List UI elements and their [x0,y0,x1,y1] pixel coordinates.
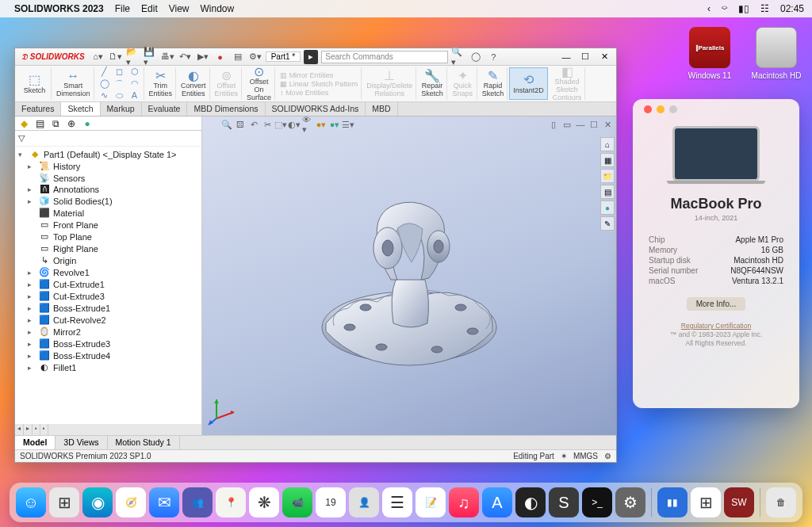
tree-item[interactable]: ⬛Material [18,207,200,219]
tab-mbd[interactable]: MBD [366,102,397,116]
btab-3dviews[interactable]: 3D Views [56,436,107,449]
trim-entities-button[interactable]: ✂Trim Entities [146,67,177,100]
tab-features[interactable]: Features [15,102,61,116]
tab-markup[interactable]: Markup [101,102,142,116]
options-grid-icon[interactable]: ▤ [231,50,245,64]
repair-sketch-button[interactable]: 🔧Repair Sketch [418,67,447,100]
dimxpert-tab-icon[interactable]: ⊕ [65,117,78,130]
status-units[interactable]: MMGS [573,452,598,460]
dock-sublime-icon[interactable]: S [549,487,579,517]
user-icon[interactable]: ◯ [469,50,483,64]
wifi-icon[interactable]: ⌔ [722,3,727,14]
viewport-close-icon[interactable]: ✕ [602,119,613,130]
mirror-entities-button[interactable]: ▥ Mirror Entities [280,71,358,79]
dock-teams-icon[interactable]: 👥 [182,487,213,517]
dock-github-icon[interactable]: ◐ [515,487,546,517]
sketch-tools-group[interactable]: ╱◻⬡ ◯⌒◠ ∿⬭A [96,67,144,100]
filter-icon[interactable]: ▽ [15,131,201,147]
dock-maps-icon[interactable]: 📍 [216,487,246,517]
tab-addins[interactable]: SOLIDWORKS Add-Ins [266,102,366,116]
menubar-app-name[interactable]: SOLIDWORKS 2023 [14,3,104,14]
new-icon[interactable]: 🗋▾ [109,50,123,64]
dock-trash-icon[interactable]: 🗑 [766,487,796,517]
dock-solidworks-icon[interactable]: SW [724,487,754,517]
offset-entities-button[interactable]: ⊚Offset Entities [212,67,243,100]
display-style-icon[interactable]: ◐▾ [289,119,300,130]
instant2d-button[interactable]: ⟲Instant2D [509,67,548,100]
view-triad-icon[interactable] [207,395,239,430]
shaded-contours-button[interactable]: ◧Shaded Sketch Contours [550,67,586,100]
tree-root-label[interactable]: Part1 (Default) <_Display State 1> [44,150,177,159]
section-view-icon[interactable]: ✂ [262,119,273,130]
tree-item[interactable]: ▸🧊Solid Bodies(1) [18,195,200,207]
hide-show-icon[interactable]: 👁▾ [302,119,313,130]
menubar-clock[interactable]: 02:45 [780,3,804,14]
prev-view-icon[interactable]: ↶ [248,119,259,130]
dock-notes-icon[interactable]: 📝 [416,487,446,517]
tree-item[interactable]: ▸🟦Boss-Extrude1 [18,302,200,314]
desktop-icon-macintosh-hd[interactable]: Macintosh HD [747,27,806,80]
help-icon[interactable]: ? [486,50,500,64]
feature-manager-tab-icon[interactable]: ◆ [17,117,30,130]
status-icon[interactable]: ✶ [561,452,567,460]
home-icon[interactable]: ⌂▾ [91,50,105,64]
dock-terminal-icon[interactable]: >_ [582,487,612,517]
tree-item[interactable]: 📡Sensors [18,172,200,184]
tree-root[interactable]: ▾◆Part1 (Default) <_Display State 1> [18,148,200,160]
dock-music-icon[interactable]: ♫ [449,487,479,517]
taskpane-home-icon[interactable]: ⌂ [600,137,615,151]
tree-item[interactable]: ▸🟦Boss-Extrude3 [18,338,200,349]
dock-finder-icon[interactable]: ☺ [16,487,46,517]
appearance-icon[interactable]: ●▾ [316,119,327,130]
dock-win11-icon[interactable]: ⊞ [691,487,721,517]
view-orient-icon[interactable]: ⬚▾ [275,119,286,130]
more-info-button[interactable]: More Info... [687,297,746,311]
menu-window[interactable]: Window [201,3,235,14]
tree-item[interactable]: ▸🟦Boss-Extrude4 [18,349,200,361]
tree-item[interactable]: ▸🟦Cut-Revolve2 [18,314,200,326]
viewport-tile2-icon[interactable]: ▭ [561,119,573,130]
viewport-max-icon[interactable]: ☐ [588,119,599,130]
dock-facetime-icon[interactable]: 📹 [282,487,312,517]
menu-file[interactable]: File [115,3,130,14]
tree-item[interactable]: ▸🟦Cut-Extrude1 [18,278,200,290]
document-name-dropdown[interactable]: Part1 * [266,52,301,62]
settings-gear-icon[interactable]: ⚙▾ [248,50,262,64]
property-manager-tab-icon[interactable]: ▤ [33,117,46,130]
window-minimize-icon[interactable]: — [557,50,575,64]
btab-motion[interactable]: Motion Study 1 [108,436,180,449]
viewport-min-icon[interactable]: — [575,119,586,130]
zoom-icon[interactable] [669,105,677,113]
regulatory-link[interactable]: Regulatory Certification [681,322,751,330]
window-close-icon[interactable]: ✕ [596,50,613,64]
dock-reminders-icon[interactable]: ☰ [382,487,412,517]
rebuild-icon[interactable]: ● [213,50,228,64]
menu-view[interactable]: View [169,3,190,14]
view-settings-icon[interactable]: ☰▾ [343,119,354,130]
config-manager-tab-icon[interactable]: ⧉ [49,117,62,130]
menu-edit[interactable]: Edit [141,3,158,14]
search-icon[interactable]: 🔍▾ [451,50,465,64]
sketch-button[interactable]: ⬚Sketch [18,67,52,100]
scene-icon[interactable]: ●▾ [329,119,340,130]
close-icon[interactable] [644,105,652,113]
tree-item[interactable]: ▸◐Fillet1 [18,361,200,373]
dock-parallels-icon[interactable]: ▮▮ [657,487,688,517]
battery-icon[interactable]: ▮▯ [738,3,749,14]
dock-launchpad-icon[interactable]: ⊞ [49,487,79,517]
undo-icon[interactable]: ↶▾ [178,50,193,64]
tree-item[interactable]: ▸🌀Revolve1 [18,266,200,278]
display-delete-relations-button[interactable]: ⊥Display/Delete Relations [363,67,416,100]
dock-safari-icon[interactable]: 🧭 [116,487,146,517]
dock-mail-icon[interactable]: ✉ [149,487,179,517]
tree-item[interactable]: ↳Origin [18,254,200,266]
dock-contacts-icon[interactable]: 👤 [349,487,379,517]
dock-photos-icon[interactable]: ❋ [249,487,279,517]
zoom-area-icon[interactable]: ⚄ [235,119,246,130]
move-entities-button[interactable]: ↕ Move Entities [280,89,358,97]
tree-item[interactable]: ▸🟦Cut-Extrude3 [18,290,200,302]
tree-item[interactable]: ▭Top Plane [18,231,200,242]
taskpane-file-explorer-icon[interactable]: 📁 [600,169,615,183]
linear-pattern-button[interactable]: ▦ Linear Sketch Pattern [280,80,358,88]
graphics-viewport[interactable]: ⌂ ▦ 📁 ▤ ● ✎ [202,116,616,435]
